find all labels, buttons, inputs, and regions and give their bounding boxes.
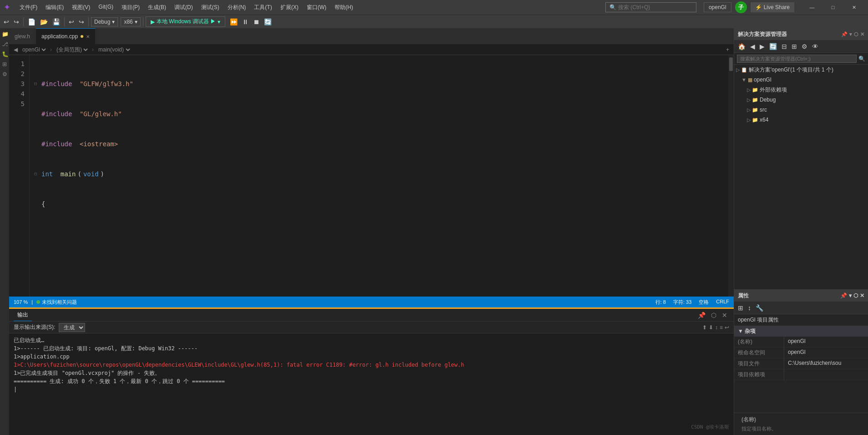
sol-settings-icon[interactable]: ⚙ xyxy=(800,42,809,51)
sol-pin-icon[interactable]: 📌 xyxy=(841,31,848,37)
scope-func-select[interactable]: main(void) xyxy=(96,46,132,53)
platform-dropdown[interactable]: x86 ▾ xyxy=(121,17,140,26)
breadcrumb-add-icon[interactable]: + xyxy=(726,46,729,53)
prop-name-value[interactable]: openGl xyxy=(784,337,868,347)
toolbar-open[interactable]: 📂 xyxy=(38,17,50,26)
sol-close-icon[interactable]: ✕ xyxy=(860,31,864,37)
sol-menu-icon[interactable]: ▾ xyxy=(849,31,852,37)
scope-range-select[interactable]: (全局范围) xyxy=(55,46,89,53)
toolbar-save-all[interactable]: 💾 xyxy=(51,17,62,26)
activity-debug[interactable]: 🐛 xyxy=(1,50,8,58)
output-line-2: 1>------ 已启动生成: 项目: openGl, 配置: Debug Wi… xyxy=(14,344,729,353)
tree-item-external[interactable]: ▷ 📁 外部依赖项 xyxy=(734,85,868,95)
sol-filter-icon[interactable]: ⊞ xyxy=(790,42,799,51)
search-input[interactable] xyxy=(618,4,686,10)
prop-wrench-icon[interactable]: 🔧 xyxy=(754,303,765,312)
menu-edit[interactable]: 编辑(E) xyxy=(42,2,67,13)
prop-grid-icon[interactable]: ⊞ xyxy=(736,303,745,312)
sol-collapse-icon[interactable]: ⊟ xyxy=(780,42,789,51)
menu-tools[interactable]: 工具(T) xyxy=(250,2,275,13)
activity-source-control[interactable]: ⎇ xyxy=(1,40,8,48)
tab-application[interactable]: application.cpp ✕ xyxy=(36,28,96,44)
activity-extensions[interactable]: ⊞ xyxy=(1,60,8,68)
menu-extensions[interactable]: 扩展(X) xyxy=(277,2,302,13)
menu-analyze[interactable]: 分析(N) xyxy=(224,2,250,13)
menu-debug[interactable]: 调试(D) xyxy=(171,2,197,13)
output-action-5[interactable]: ↩ xyxy=(725,324,729,331)
output-pin-icon[interactable]: 📌 xyxy=(696,311,707,320)
maximize-button[interactable]: □ xyxy=(822,0,843,15)
menu-file[interactable]: 文件(F) xyxy=(16,2,41,13)
sol-home-icon[interactable]: 🏠 xyxy=(736,42,747,51)
tree-item-debug[interactable]: ▷ 📁 Debug xyxy=(734,95,868,105)
scope-select[interactable]: openGl xyxy=(20,46,47,53)
output-source-select[interactable]: 生成 xyxy=(59,323,85,332)
fold-4[interactable]: ⊟ xyxy=(34,169,40,179)
prop-close-icon[interactable]: ✕ xyxy=(860,292,864,299)
output-tab[interactable]: 输出 xyxy=(14,309,32,321)
tree-item-x64[interactable]: ▷ 📁 x64 xyxy=(734,115,868,125)
output-action-2[interactable]: ⬇ xyxy=(709,324,713,331)
activity-settings[interactable]: ⚙ xyxy=(1,70,8,78)
tree-item-src[interactable]: ▷ 📁 src xyxy=(734,105,868,115)
minimize-button[interactable]: — xyxy=(802,0,822,15)
output-action-3[interactable]: ↕ xyxy=(715,324,718,331)
prop-row-name: (名称) openGl xyxy=(734,337,868,348)
output-undock-icon[interactable]: ⬡ xyxy=(709,311,718,320)
tree-solution-root[interactable]: ▷ 📋 解决方案'openGl'(1 个项目/共 1 个) xyxy=(734,65,868,75)
prop-pin-icon[interactable]: 📌 xyxy=(840,292,847,299)
activity-explorer[interactable]: 📁 xyxy=(1,30,8,38)
toolbar-redo[interactable]: ↪ xyxy=(77,17,86,26)
properties-project-title: openGl 项目属性 xyxy=(734,314,868,326)
toolbar-stop[interactable]: ⏹ xyxy=(251,17,261,26)
toolbar-back[interactable]: ↩ xyxy=(2,17,11,26)
toolbar-new[interactable]: 📄 xyxy=(26,17,37,26)
search-box[interactable]: 🔍 xyxy=(605,2,696,12)
prop-file-label: 项目文件 xyxy=(734,358,784,369)
output-action-4[interactable]: ≡ xyxy=(720,324,723,331)
scroll-thumb[interactable] xyxy=(729,57,733,71)
sol-forward-icon[interactable]: ▶ xyxy=(758,42,766,51)
sol-preview-icon[interactable]: 👁 xyxy=(810,42,820,51)
live-share-button[interactable]: ⚡ Live Share xyxy=(751,2,794,12)
prop-menu-icon[interactable]: ▾ xyxy=(849,292,852,299)
prop-undock-icon[interactable]: ⬡ xyxy=(853,292,858,299)
debug-config-dropdown[interactable]: Debug ▾ xyxy=(91,17,118,26)
tab-glew[interactable]: glew.h xyxy=(9,28,36,44)
editor-area: glew.h application.cpp ✕ ◀ openGl › (全局范… xyxy=(9,28,734,307)
breadcrumb-bar: ◀ openGl › (全局范围) › main(void) + xyxy=(9,44,734,55)
menu-help[interactable]: 帮助(H) xyxy=(331,2,357,13)
toolbar-pause[interactable]: ⏸ xyxy=(240,17,250,26)
toolbar-forward[interactable]: ↪ xyxy=(12,17,21,26)
prop-deps-value[interactable] xyxy=(784,369,868,380)
menu-project[interactable]: 项目(P) xyxy=(118,2,143,13)
menu-test[interactable]: 测试(S) xyxy=(198,2,223,13)
editor-scrollbar[interactable] xyxy=(728,55,734,297)
tab-close-icon[interactable]: ✕ xyxy=(86,34,90,39)
toolbar-restart[interactable]: 🔄 xyxy=(262,17,274,26)
sol-search-icon[interactable]: 🔍 xyxy=(858,56,865,62)
sol-refresh-icon[interactable]: 🔄 xyxy=(767,42,779,51)
tab-glew-label: glew.h xyxy=(15,33,30,40)
toolbar-undo[interactable]: ↩ xyxy=(67,17,76,26)
tree-project[interactable]: ▼ ▦ openGl xyxy=(734,75,868,85)
fold-1[interactable]: ⊟ xyxy=(34,79,40,89)
code-content[interactable]: ⊟ #include "GLFW/glfw3.h" ⊟ #include "GL… xyxy=(30,55,728,297)
prop-namespace-value[interactable]: openGl xyxy=(784,348,868,358)
menu-window[interactable]: 窗口(W) xyxy=(303,2,330,13)
close-button[interactable]: ✕ xyxy=(843,0,864,15)
sol-undock-icon[interactable]: ⬡ xyxy=(854,31,858,37)
prop-sort-icon[interactable]: ↕ xyxy=(746,303,753,312)
output-action-1[interactable]: ⬆ xyxy=(702,324,707,331)
line-numbers: 1 2 3 4 5 xyxy=(9,55,30,297)
menu-git[interactable]: Git(G) xyxy=(95,2,117,13)
output-close-icon[interactable]: ✕ xyxy=(720,311,729,320)
menu-build[interactable]: 生成(B) xyxy=(144,2,170,13)
sol-back-icon[interactable]: ◀ xyxy=(748,42,757,51)
run-button[interactable]: ▶ 本地 Windows 调试器 ▶ ▾ xyxy=(146,16,226,27)
menu-view[interactable]: 视图(V) xyxy=(68,2,94,13)
prop-file-value[interactable]: C:\Users\fuzichen\sou xyxy=(784,358,868,369)
solution-search-input[interactable] xyxy=(737,55,857,63)
prop-section-expand[interactable]: ▼ xyxy=(738,328,743,334)
toolbar-attach[interactable]: ⏩ xyxy=(228,17,239,26)
